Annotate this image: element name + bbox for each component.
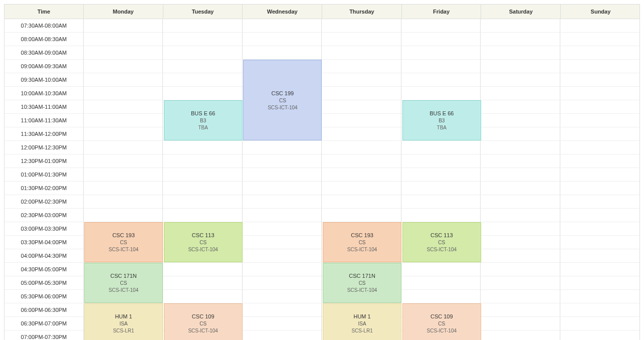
grid-cell <box>322 19 401 33</box>
time-label: 12:30PM-01:00PM <box>5 154 84 168</box>
event-room: SCS-ICT-104 <box>323 287 401 293</box>
time-row: 12:30PM-01:00PM <box>5 154 639 168</box>
grid-cell <box>481 127 560 141</box>
event-block[interactable]: CSC 109CSSCS-ICT-104 <box>402 303 481 340</box>
grid-cell <box>163 209 242 222</box>
event-block[interactable]: CSC 171NCSSCS-ICT-104 <box>84 263 163 303</box>
header-tuesday: Tuesday <box>163 5 243 19</box>
grid-cell <box>560 249 639 263</box>
grid-cell <box>322 87 401 100</box>
time-label: 02:00PM-02:30PM <box>5 195 84 209</box>
event-section: CS <box>323 240 401 245</box>
event-section: CS <box>244 98 321 103</box>
grid-cell <box>481 249 560 263</box>
grid-cell <box>243 182 322 195</box>
grid-cell <box>243 303 322 317</box>
time-label: 03:30PM-04:00PM <box>5 236 84 249</box>
grid-cell <box>560 263 639 276</box>
grid-cell <box>481 222 560 236</box>
event-block[interactable]: CSC 199CSSCS-ICT-104 <box>243 60 322 140</box>
event-section: B3 <box>164 118 242 123</box>
grid-cell <box>243 276 322 290</box>
time-row: 01:00PM-01:30PM <box>5 168 639 182</box>
time-label: 11:30AM-12:00PM <box>5 127 84 141</box>
grid-cell <box>163 87 242 100</box>
time-label: 07:30AM-08:00AM <box>5 19 84 33</box>
time-label: 05:30PM-06:00PM <box>5 290 84 303</box>
event-block[interactable]: CSC 113CSSCS-ICT-104 <box>164 222 243 262</box>
event-block[interactable]: CSC 193CSSCS-ICT-104 <box>323 222 401 262</box>
grid-cell <box>243 222 322 236</box>
event-block[interactable]: CSC 109CSSCS-ICT-104 <box>164 303 243 340</box>
grid-cell <box>481 209 560 222</box>
schedule-body: 07:30AM-08:00AM08:00AM-08:30AM08:30AM-09… <box>5 19 639 340</box>
grid-cell <box>163 290 242 303</box>
grid-cell <box>560 290 639 303</box>
event-block[interactable]: CSC 171NCSSCS-ICT-104 <box>323 263 401 303</box>
grid-cell <box>560 330 639 340</box>
event-room: SCS-ICT-104 <box>164 328 242 333</box>
time-label: 06:30PM-07:00PM <box>5 317 84 330</box>
event-block[interactable]: BUS E 66B3TBA <box>402 100 481 140</box>
grid-cell <box>481 100 560 114</box>
grid-cell <box>84 127 163 141</box>
grid-cell <box>322 195 401 209</box>
time-row: 12:00PM-12:30PM <box>5 141 639 154</box>
event-room: SCS-LR1 <box>323 328 401 333</box>
grid-cell <box>481 195 560 209</box>
event-block[interactable]: CSC 113CSSCS-ICT-104 <box>402 222 481 262</box>
event-block[interactable]: BUS E 66B3TBA <box>164 100 243 140</box>
event-block[interactable]: CSC 193CSSCS-ICT-104 <box>84 222 163 262</box>
grid-cell <box>84 19 163 33</box>
grid-cell <box>481 33 560 46</box>
grid-cell <box>243 33 322 46</box>
grid-cell <box>401 60 481 73</box>
time-label: 09:30AM-10:00AM <box>5 73 84 87</box>
time-row: 02:00PM-02:30PM <box>5 195 639 209</box>
grid-cell <box>401 195 481 209</box>
grid-cell <box>322 168 401 182</box>
event-block[interactable]: HUM 1ISASCS-LR1 <box>84 303 163 340</box>
time-label: 10:00AM-10:30AM <box>5 87 84 100</box>
event-course: CSC 171N <box>323 273 401 279</box>
grid-cell <box>322 100 401 114</box>
grid-cell <box>560 209 639 222</box>
event-room: SCS-ICT-104 <box>244 105 321 110</box>
grid-cell <box>560 141 639 154</box>
event-room: SCS-ICT-104 <box>403 328 481 333</box>
event-room: SCS-ICT-104 <box>403 247 481 252</box>
grid-cell <box>560 195 639 209</box>
grid-cell <box>84 141 163 154</box>
time-label: 03:00PM-03:30PM <box>5 222 84 236</box>
grid-cell <box>481 182 560 195</box>
grid-cell <box>401 33 481 46</box>
grid-cell <box>84 46 163 60</box>
grid-cell <box>84 182 163 195</box>
time-label: 06:00PM-06:30PM <box>5 303 84 317</box>
header-monday: Monday <box>84 5 163 19</box>
grid-cell <box>560 46 639 60</box>
event-course: CSC 113 <box>164 232 242 238</box>
event-room: SCS-ICT-104 <box>323 247 401 252</box>
grid-cell <box>243 141 322 154</box>
event-course: HUM 1 <box>85 313 162 319</box>
event-course: HUM 1 <box>323 313 401 319</box>
grid-cell <box>84 100 163 114</box>
event-room: TBA <box>164 125 242 130</box>
time-label: 11:00AM-11:30AM <box>5 114 84 127</box>
grid-cell <box>481 236 560 249</box>
grid-cell <box>481 276 560 290</box>
time-label: 07:00PM-07:30PM <box>5 330 84 340</box>
event-section: CS <box>403 321 481 326</box>
grid-cell <box>401 276 481 290</box>
time-label: 04:00PM-04:30PM <box>5 249 84 263</box>
event-section: CS <box>164 321 242 326</box>
grid-cell <box>560 276 639 290</box>
event-block[interactable]: HUM 1ISASCS-LR1 <box>323 303 401 340</box>
grid-cell <box>163 19 242 33</box>
grid-cell <box>560 127 639 141</box>
schedule-table: Time Monday Tuesday Wednesday Thursday F… <box>4 4 640 340</box>
grid-cell <box>481 330 560 340</box>
event-section: CS <box>403 240 481 245</box>
grid-cell <box>481 60 560 73</box>
